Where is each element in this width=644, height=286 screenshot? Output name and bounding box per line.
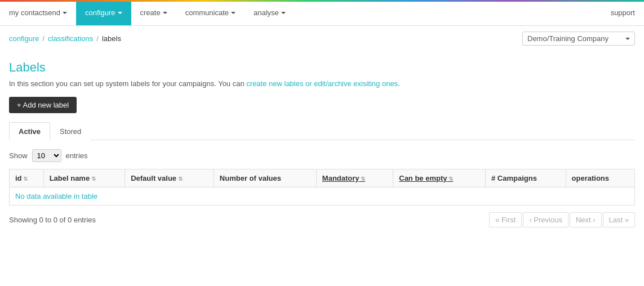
main-content: Labels In this section you can set up sy… xyxy=(0,51,644,236)
page-description: In this section you can set up system la… xyxy=(9,79,635,88)
tab-stored[interactable]: Stored xyxy=(50,122,91,140)
pagination-last-button[interactable]: Last » xyxy=(603,212,635,227)
pagination-info: Showing 0 to 0 of 0 entries xyxy=(9,216,96,224)
nav-my-contactsend[interactable]: my contactsend xyxy=(0,0,76,25)
col-header-id[interactable]: id xyxy=(10,169,44,187)
company-selector[interactable]: Demo/Training Company xyxy=(522,32,635,46)
labels-table: id Label name Default value Number of va… xyxy=(9,169,635,205)
page-title: Labels xyxy=(9,60,635,75)
col-header-can-be-empty[interactable]: Can be empty xyxy=(393,169,486,187)
nav-my-contactsend-caret xyxy=(63,12,67,14)
breadcrumb-sep-2: / xyxy=(96,34,99,43)
show-entries-select[interactable]: 10 25 50 100 xyxy=(32,149,61,162)
pagination-previous-button[interactable]: ‹ Previous xyxy=(523,212,569,227)
nav-analyse[interactable]: analyse xyxy=(245,0,295,25)
breadcrumb-labels: labels xyxy=(102,34,121,43)
breadcrumb-configure[interactable]: configure xyxy=(9,34,39,43)
nav-configure-caret xyxy=(118,12,122,14)
col-header-campaigns: # Campaigns xyxy=(485,169,566,187)
company-selector-caret xyxy=(625,38,630,40)
breadcrumb-classifications[interactable]: classifications xyxy=(48,34,93,43)
no-data-cell: No data available in table xyxy=(10,187,635,205)
nav-communicate[interactable]: communicate xyxy=(176,0,245,25)
tab-active[interactable]: Active xyxy=(9,122,50,140)
top-navigation: my contactsend configure create communic… xyxy=(0,0,644,26)
col-header-label-name[interactable]: Label name xyxy=(43,169,125,187)
show-entries-control: Show 10 25 50 100 entries xyxy=(9,149,635,162)
tabs-container: Active Stored xyxy=(9,122,635,140)
pagination-first-button[interactable]: « First xyxy=(489,212,522,227)
col-header-default-value[interactable]: Default value xyxy=(125,169,214,187)
nav-analyse-caret xyxy=(281,12,286,14)
col-header-number-of-values: Number of values xyxy=(214,169,316,187)
nav-configure[interactable]: configure xyxy=(76,0,131,25)
add-new-label-button[interactable]: + Add new label xyxy=(9,97,77,113)
pagination-next-button[interactable]: Next › xyxy=(570,212,602,227)
pagination-buttons: « First ‹ Previous Next › Last » xyxy=(489,212,635,227)
no-data-in-link: in xyxy=(74,192,79,200)
breadcrumb-sep-1: / xyxy=(42,34,45,43)
table-row-no-data: No data available in table xyxy=(10,187,635,205)
nav-support[interactable]: support xyxy=(602,0,644,25)
show-entries-before-label: Show xyxy=(9,151,28,160)
show-entries-after-label: entries xyxy=(66,151,88,160)
breadcrumb-bar: configure / classifications / labels Dem… xyxy=(0,26,644,51)
nav-create[interactable]: create xyxy=(131,0,176,25)
table-body: No data available in table xyxy=(10,187,635,205)
page-description-link[interactable]: create new lables or edit/archive exisit… xyxy=(246,79,398,88)
col-header-operations: operations xyxy=(566,169,634,187)
nav-create-caret xyxy=(163,12,167,14)
breadcrumb: configure / classifications / labels xyxy=(9,34,121,43)
pagination-bar: Showing 0 to 0 of 0 entries « First ‹ Pr… xyxy=(9,212,635,227)
nav-communicate-caret xyxy=(231,12,236,14)
table-header: id Label name Default value Number of va… xyxy=(10,169,635,187)
col-header-mandatory[interactable]: Mandatory xyxy=(316,169,393,187)
nav-spacer xyxy=(295,0,602,25)
